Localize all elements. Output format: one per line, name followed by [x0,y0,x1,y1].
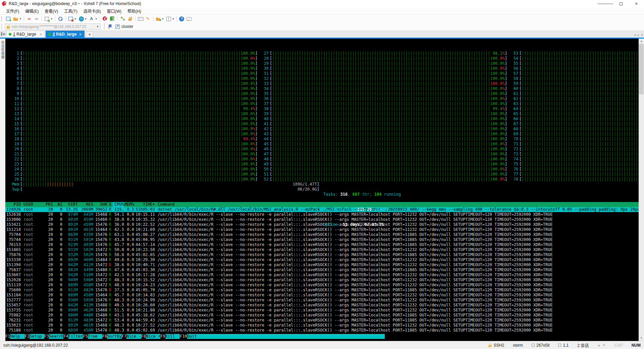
tab-nav-icon-1[interactable]: ▸ [638,33,639,37]
process-row[interactable]: 75982root200880M448M15480R43.10.045:16.6… [5,313,639,318]
reconnect-icon[interactable]: ∞ [34,16,40,22]
layout-icon[interactable] [166,16,172,22]
dropdown-caret-icon[interactable]: ▼ [85,17,87,20]
process-row[interactable]: 152638root200874M445M15468R54.10.010:15.… [5,212,639,217]
process-row[interactable]: 76231root200912M483M15472R53.40.044:59.4… [5,318,639,323]
highlight-icon[interactable]: ✎ [145,16,151,22]
terminal[interactable]: 1[||||||||||||||||||||||||||||||||||||||… [5,39,639,341]
column-header-user[interactable]: USER [21,202,42,207]
column-header-ni[interactable]: NI [53,202,62,207]
fkey-action-nice[interactable]: Nice - [126,334,141,339]
cluster-label[interactable]: cluster [121,24,133,29]
flag-icon[interactable] [108,24,113,29]
fkey-f1[interactable]: F1 [5,334,10,339]
session-up-icon[interactable]: ▲ [597,343,601,347]
fkey-f10[interactable]: F10 [180,334,187,339]
address-input[interactable]: ssh://xieguigang:**********@192.168.0.20… [5,23,101,30]
xftp-app-icon[interactable] [109,16,115,22]
process-row[interactable]: 76153root200923M493M15476R45.70.044:57.1… [5,242,639,247]
tab-close-icon[interactable]: ✕ [79,33,82,36]
process-row[interactable]: 153421root200891M459M15476R36.00.010:22.… [5,222,639,227]
process-row[interactable]: 153607root200942M510M15472R42.50.010:17.… [5,272,639,278]
address-dropdown-icon[interactable]: ▼ [96,25,99,28]
menu-item-0[interactable]: 文件(F) [3,7,22,14]
process-row[interactable]: 153735root200890M462M15468R51.50.010:21.… [5,308,639,313]
process-row[interactable]: 75744root200931M501M15476R43.80.045:04.9… [5,237,639,242]
dropdown-caret-icon[interactable]: ▼ [19,17,22,20]
menu-item-6[interactable]: 帮助(H) [125,7,144,14]
disconnect-icon[interactable]: ∞ [26,16,32,22]
dropdown-caret-icon[interactable]: ▼ [162,17,164,20]
maximize-button[interactable] [613,0,629,7]
scrollbar-down-icon[interactable]: ▼ [639,336,644,341]
dropdown-caret-icon[interactable]: ▼ [95,17,98,20]
session-shortcut-icon[interactable] [115,24,120,29]
column-header-s[interactable]: S [107,202,113,207]
fkey-action-help[interactable]: Help [10,334,24,339]
minimize-button[interactable] [598,0,613,7]
dropdown-caret-icon[interactable]: ▼ [50,17,53,20]
process-row[interactable]: 152028root200940M508M15472R48.30.010:15.… [5,278,639,283]
fkey-action-setup[interactable]: Setup [30,334,44,339]
new-tab-button[interactable]: + [86,31,93,38]
fkey-f6[interactable]: F6 [102,334,107,339]
process-row[interactable]: 151184root200889M458M15464R45.70.010:14.… [5,293,639,298]
virtual-keyboard-icon[interactable] [138,16,144,22]
session-pane-toggle-icon[interactable]: ▌▶ [1,32,6,36]
process-row[interactable]: 151394root200842M411M15472D38.60.010:40.… [5,262,639,267]
fkey-action-sortby[interactable]: SortBy [107,334,121,339]
fkey-action-search[interactable]: Search [49,334,63,339]
fkey-f2[interactable]: F2 [25,334,30,339]
session-properties-icon[interactable] [44,16,50,22]
menu-item-2[interactable]: 查看(V) [42,7,61,14]
fullscreen-icon[interactable]: ⤡ [120,16,126,22]
scrollbar-thumb[interactable] [639,44,644,94]
process-row[interactable]: 151119root200889M458M15472R48.90.010:24.… [5,283,639,288]
menu-item-4[interactable]: 选项卡(B) [81,7,104,14]
column-header-shr[interactable]: SHR [93,202,107,207]
fkey-action-filter[interactable]: Filter [68,334,83,339]
new-session-icon[interactable] [5,16,11,22]
process-row[interactable]: 152777root200936M505M15476R48.30.010:24.… [5,298,639,303]
fkey-f9[interactable]: F9 [160,334,165,339]
process-row[interactable]: 153457root200842M413M15488R40.50.010:26.… [5,303,639,308]
process-row[interactable]: 75837root200881M449M15480R47.60.045:03.3… [5,267,639,272]
process-table-header[interactable]: PIDUSERPRINIVIRTRESSHRSCPU%MEM%TIME+Comm… [5,202,639,207]
process-row[interactable]: 75876root200932M502M15476R56.60.045:02.6… [5,252,639,257]
function-key-bar[interactable]: F1HelpF2SetupF3SearchF4FilterF5TreeF6Sor… [5,334,385,339]
open-session-icon[interactable] [13,16,19,22]
new-file-icon[interactable]: + [155,16,161,22]
fkey-action-kill[interactable]: Kill [165,334,180,339]
fkey-f4[interactable]: F4 [63,334,68,339]
lock-icon[interactable] [127,16,133,22]
session-manager-strip[interactable]: 会话管理器 [0,39,5,341]
fkey-f5[interactable]: F5 [83,334,88,339]
terminal-scrollbar[interactable]: ▲ ▼ [639,39,644,341]
column-header-pid[interactable]: PID [5,202,21,207]
process-row[interactable]: 151865root200931M502M15472R50.80.010:23.… [5,247,639,252]
process-row[interactable]: 151214root200891M461M15464R42.50.010:21.… [5,227,639,232]
fkey-action-quit[interactable]: Quit [187,334,202,339]
url-globe-icon[interactable] [78,16,84,22]
column-header-res[interactable]: RES [78,202,93,207]
process-row[interactable]: 75188root200885M456M15476R48.30.045:02.6… [5,328,639,333]
column-header-virt[interactable]: VIRT [62,202,78,207]
dropdown-caret-icon[interactable]: ▼ [172,17,175,20]
process-row[interactable]: 153330root200892M460M15484R49.60.010:29.… [5,257,639,262]
menu-item-5[interactable]: 窗口(W) [104,7,124,14]
dropdown-caret-icon[interactable]: ▼ [74,17,77,20]
tab-nav-icon-2[interactable]: ▾ [641,33,643,37]
column-header-cpu[interactable]: CPU% [113,202,124,207]
column-header-pri[interactable]: PRI [42,202,53,207]
column-header-mem[interactable]: MEM% [124,202,134,207]
xshell-app-icon[interactable] [102,16,108,22]
session-down-icon[interactable]: ▼ [602,343,606,347]
tab-nav-icon-0[interactable]: ◂ [634,33,636,37]
tab-close-icon[interactable]: ✕ [40,33,42,36]
process-row[interactable]: 75704root200865M435M15476R63.10.045:08.2… [5,232,639,237]
process-row-selected[interactable]: 124026root20013.2G2069M39652R115.0.151h0… [5,207,639,212]
menu-item-3[interactable]: 工具(T) [61,7,80,14]
tab-2[interactable]: 2 R&D_large✕ [46,31,85,38]
process-row[interactable]: 75600root200912M482M15476D37.30.045:05.7… [5,288,639,293]
fkey-f7[interactable]: F7 [122,334,126,339]
